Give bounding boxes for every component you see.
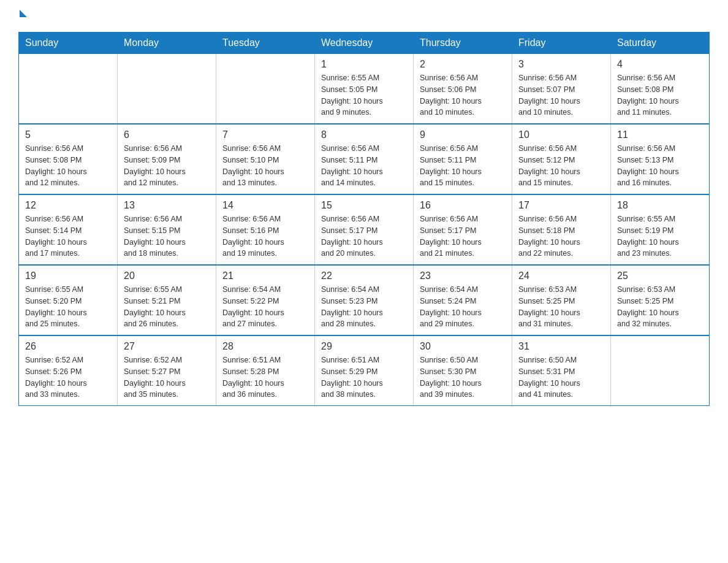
- day-info: Sunrise: 6:54 AMSunset: 5:23 PMDaylight:…: [321, 284, 407, 330]
- calendar-cell: 21Sunrise: 6:54 AMSunset: 5:22 PMDayligh…: [216, 265, 315, 335]
- calendar-cell: 9Sunrise: 6:56 AMSunset: 5:11 PMDaylight…: [414, 124, 512, 194]
- day-info: Sunrise: 6:50 AMSunset: 5:30 PMDaylight:…: [420, 354, 506, 400]
- day-info: Sunrise: 6:51 AMSunset: 5:28 PMDaylight:…: [222, 354, 308, 400]
- calendar-week-row: 5Sunrise: 6:56 AMSunset: 5:08 PMDaylight…: [19, 124, 710, 194]
- calendar-header-wednesday: Wednesday: [315, 33, 414, 54]
- calendar-cell: 5Sunrise: 6:56 AMSunset: 5:08 PMDaylight…: [19, 124, 118, 194]
- day-info: Sunrise: 6:51 AMSunset: 5:29 PMDaylight:…: [321, 354, 407, 400]
- day-info: Sunrise: 6:56 AMSunset: 5:06 PMDaylight:…: [420, 72, 506, 118]
- calendar-cell: [611, 335, 710, 406]
- day-number: 31: [518, 341, 604, 352]
- calendar-cell: 18Sunrise: 6:55 AMSunset: 5:19 PMDayligh…: [611, 194, 710, 265]
- day-info: Sunrise: 6:52 AMSunset: 5:26 PMDaylight:…: [25, 354, 111, 400]
- calendar-cell: 26Sunrise: 6:52 AMSunset: 5:26 PMDayligh…: [19, 335, 118, 406]
- calendar-cell: 4Sunrise: 6:56 AMSunset: 5:08 PMDaylight…: [611, 54, 710, 124]
- calendar-cell: 10Sunrise: 6:56 AMSunset: 5:12 PMDayligh…: [512, 124, 611, 194]
- day-info: Sunrise: 6:56 AMSunset: 5:11 PMDaylight:…: [420, 143, 506, 189]
- calendar-cell: 25Sunrise: 6:53 AMSunset: 5:25 PMDayligh…: [611, 265, 710, 335]
- logo: [18, 12, 27, 20]
- day-number: 18: [617, 200, 703, 211]
- calendar-header-monday: Monday: [118, 33, 216, 54]
- day-number: 21: [222, 270, 308, 282]
- calendar-header-row: SundayMondayTuesdayWednesdayThursdayFrid…: [19, 33, 710, 54]
- calendar-cell: 30Sunrise: 6:50 AMSunset: 5:30 PMDayligh…: [414, 335, 512, 406]
- logo-line1: [18, 12, 27, 20]
- day-info: Sunrise: 6:56 AMSunset: 5:17 PMDaylight:…: [420, 213, 506, 259]
- calendar-cell: 22Sunrise: 6:54 AMSunset: 5:23 PMDayligh…: [315, 265, 414, 335]
- day-number: 8: [321, 129, 407, 140]
- day-number: 1: [321, 59, 407, 70]
- day-info: Sunrise: 6:56 AMSunset: 5:11 PMDaylight:…: [321, 143, 407, 189]
- day-info: Sunrise: 6:56 AMSunset: 5:14 PMDaylight:…: [25, 213, 111, 259]
- calendar-cell: [118, 54, 216, 124]
- day-info: Sunrise: 6:56 AMSunset: 5:08 PMDaylight:…: [25, 143, 111, 189]
- day-info: Sunrise: 6:56 AMSunset: 5:17 PMDaylight:…: [321, 213, 407, 259]
- calendar-cell: 7Sunrise: 6:56 AMSunset: 5:10 PMDaylight…: [216, 124, 315, 194]
- day-number: 10: [518, 129, 604, 140]
- logo-arrow-icon: [20, 10, 27, 17]
- page-header: [18, 12, 710, 20]
- calendar-cell: 8Sunrise: 6:56 AMSunset: 5:11 PMDaylight…: [315, 124, 414, 194]
- day-info: Sunrise: 6:56 AMSunset: 5:16 PMDaylight:…: [222, 213, 308, 259]
- day-number: 17: [518, 200, 604, 211]
- day-number: 20: [124, 270, 210, 282]
- calendar-cell: 1Sunrise: 6:55 AMSunset: 5:05 PMDaylight…: [315, 54, 414, 124]
- day-number: 30: [420, 341, 506, 352]
- day-info: Sunrise: 6:54 AMSunset: 5:24 PMDaylight:…: [420, 284, 506, 330]
- calendar-cell: 3Sunrise: 6:56 AMSunset: 5:07 PMDaylight…: [512, 54, 611, 124]
- day-info: Sunrise: 6:56 AMSunset: 5:15 PMDaylight:…: [124, 213, 210, 259]
- day-info: Sunrise: 6:55 AMSunset: 5:21 PMDaylight:…: [124, 284, 210, 330]
- day-info: Sunrise: 6:56 AMSunset: 5:09 PMDaylight:…: [124, 143, 210, 189]
- calendar-header-saturday: Saturday: [611, 33, 710, 54]
- calendar-cell: [19, 54, 118, 124]
- calendar-cell: 12Sunrise: 6:56 AMSunset: 5:14 PMDayligh…: [19, 194, 118, 265]
- calendar-cell: 6Sunrise: 6:56 AMSunset: 5:09 PMDaylight…: [118, 124, 216, 194]
- day-number: 5: [25, 129, 111, 140]
- calendar-week-row: 26Sunrise: 6:52 AMSunset: 5:26 PMDayligh…: [19, 335, 710, 406]
- day-number: 24: [518, 270, 604, 282]
- calendar-header-sunday: Sunday: [19, 33, 118, 54]
- day-number: 25: [617, 270, 703, 282]
- calendar-cell: 15Sunrise: 6:56 AMSunset: 5:17 PMDayligh…: [315, 194, 414, 265]
- logo-container: [18, 12, 27, 20]
- day-info: Sunrise: 6:52 AMSunset: 5:27 PMDaylight:…: [124, 354, 210, 400]
- calendar-cell: 27Sunrise: 6:52 AMSunset: 5:27 PMDayligh…: [118, 335, 216, 406]
- calendar-cell: 24Sunrise: 6:53 AMSunset: 5:25 PMDayligh…: [512, 265, 611, 335]
- calendar-week-row: 1Sunrise: 6:55 AMSunset: 5:05 PMDaylight…: [19, 54, 710, 124]
- calendar-cell: 17Sunrise: 6:56 AMSunset: 5:18 PMDayligh…: [512, 194, 611, 265]
- day-number: 15: [321, 200, 407, 211]
- day-number: 22: [321, 270, 407, 282]
- day-number: 3: [518, 59, 604, 70]
- day-info: Sunrise: 6:55 AMSunset: 5:05 PMDaylight:…: [321, 72, 407, 118]
- day-info: Sunrise: 6:55 AMSunset: 5:19 PMDaylight:…: [617, 213, 703, 259]
- calendar-cell: 16Sunrise: 6:56 AMSunset: 5:17 PMDayligh…: [414, 194, 512, 265]
- calendar-week-row: 19Sunrise: 6:55 AMSunset: 5:20 PMDayligh…: [19, 265, 710, 335]
- calendar-cell: 14Sunrise: 6:56 AMSunset: 5:16 PMDayligh…: [216, 194, 315, 265]
- day-number: 12: [25, 200, 111, 211]
- calendar-week-row: 12Sunrise: 6:56 AMSunset: 5:14 PMDayligh…: [19, 194, 710, 265]
- day-number: 16: [420, 200, 506, 211]
- day-number: 7: [222, 129, 308, 140]
- day-number: 2: [420, 59, 506, 70]
- day-info: Sunrise: 6:53 AMSunset: 5:25 PMDaylight:…: [518, 284, 604, 330]
- calendar-cell: 29Sunrise: 6:51 AMSunset: 5:29 PMDayligh…: [315, 335, 414, 406]
- day-info: Sunrise: 6:50 AMSunset: 5:31 PMDaylight:…: [518, 354, 604, 400]
- calendar-table: SundayMondayTuesdayWednesdayThursdayFrid…: [18, 32, 710, 406]
- day-info: Sunrise: 6:55 AMSunset: 5:20 PMDaylight:…: [25, 284, 111, 330]
- calendar-cell: 19Sunrise: 6:55 AMSunset: 5:20 PMDayligh…: [19, 265, 118, 335]
- calendar-cell: [216, 54, 315, 124]
- day-info: Sunrise: 6:56 AMSunset: 5:10 PMDaylight:…: [222, 143, 308, 189]
- day-number: 29: [321, 341, 407, 352]
- calendar-cell: 2Sunrise: 6:56 AMSunset: 5:06 PMDaylight…: [414, 54, 512, 124]
- day-number: 28: [222, 341, 308, 352]
- day-info: Sunrise: 6:56 AMSunset: 5:07 PMDaylight:…: [518, 72, 604, 118]
- calendar-cell: 28Sunrise: 6:51 AMSunset: 5:28 PMDayligh…: [216, 335, 315, 406]
- day-info: Sunrise: 6:54 AMSunset: 5:22 PMDaylight:…: [222, 284, 308, 330]
- day-number: 23: [420, 270, 506, 282]
- day-number: 26: [25, 341, 111, 352]
- calendar-cell: 23Sunrise: 6:54 AMSunset: 5:24 PMDayligh…: [414, 265, 512, 335]
- day-number: 13: [124, 200, 210, 211]
- day-number: 14: [222, 200, 308, 211]
- day-info: Sunrise: 6:53 AMSunset: 5:25 PMDaylight:…: [617, 284, 703, 330]
- day-number: 11: [617, 129, 703, 140]
